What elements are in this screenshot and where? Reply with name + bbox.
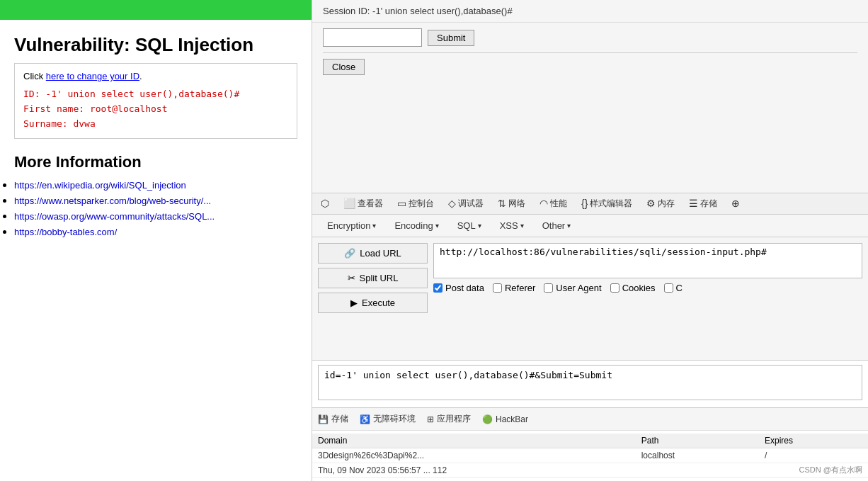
performance-label: 性能: [550, 198, 567, 210]
id-input[interactable]: [323, 28, 422, 47]
devtools-item-memory[interactable]: ⚙ 内存: [644, 196, 678, 211]
bottom-apps[interactable]: ⊞ 应用程序: [427, 413, 471, 425]
devtools-item-style-editor[interactable]: {} 样式编辑器: [578, 196, 635, 211]
tab-other-label: Other: [542, 220, 566, 231]
style-editor-label: 样式编辑器: [590, 198, 632, 210]
hackbar-main: 🔗 Load URL ✂ Split URL ▶ Execute Post da…: [312, 237, 868, 361]
spacer: [312, 81, 868, 193]
tab-sql[interactable]: SQL ▾: [450, 217, 489, 234]
console-label: 控制台: [409, 198, 434, 210]
execute-button[interactable]: ▶ Execute: [318, 293, 428, 313]
submit-button[interactable]: Submit: [428, 30, 474, 46]
referer-check[interactable]: [493, 283, 502, 293]
tab-xss-label: XSS: [500, 220, 518, 231]
devtools-item-debugger[interactable]: ◇ 调试器: [445, 196, 486, 211]
cookie-table: Domain Path Expires 3Ddesign%26c%3Dapi%2…: [312, 434, 868, 478]
storage-bottom-icon: 💾: [318, 414, 329, 424]
hackbar-icon: 🟢: [482, 414, 493, 424]
devtools-toolbar: ⬡ ⬜ 查看器 ▭ 控制台 ◇ 调试器 ⇅ 网络 ◠ 性能 {} 样式编辑器 ⚙…: [312, 193, 868, 215]
chevron-down-icon: ▾: [435, 222, 439, 230]
hackbar-right: Post data Referer User Agent Cookies C: [433, 243, 862, 355]
left-panel: Vulnerability: SQL Injection Click here …: [0, 0, 312, 481]
user-agent-checkbox[interactable]: User Agent: [544, 283, 601, 293]
split-url-button[interactable]: ✂ Split URL: [318, 268, 428, 288]
debugger-label: 调试器: [458, 198, 484, 210]
hackbar-tabs: Encryption ▾ Encoding ▾ SQL ▾ XSS ▾ Othe…: [312, 215, 868, 237]
post-data-check[interactable]: [433, 283, 442, 293]
code-line-1: ID: -1' union select user(),database()#: [23, 87, 288, 102]
devtools-item-network[interactable]: ⇅ 网络: [495, 196, 528, 211]
post-data-input[interactable]: [318, 365, 862, 400]
load-url-button[interactable]: 🔗 Load URL: [318, 243, 428, 264]
col-expires: Expires: [759, 434, 868, 448]
list-item: https://en.wikipedia.org/wiki/SQL_inject…: [14, 179, 297, 191]
cookies-checkbox[interactable]: Cookies: [610, 283, 656, 293]
bobby-link[interactable]: https://bobby-tables.com/: [14, 227, 117, 237]
more-info-title: More Information: [0, 139, 312, 179]
netsparker-link[interactable]: https://www.netsparker.com/blog/web-secu…: [14, 196, 211, 206]
bottom-bar: 💾 存储 ♿ 无障碍环境 ⊞ 应用程序 🟢 HackBar: [312, 407, 868, 430]
tab-encoding[interactable]: Encoding ▾: [387, 217, 446, 234]
accessibility-icon: ♿: [360, 414, 370, 424]
cookie-expires-value: /: [759, 448, 868, 463]
user-agent-check[interactable]: [544, 283, 553, 293]
change-id-link[interactable]: here to change your ID: [46, 71, 139, 81]
bottom-storage[interactable]: 💾 存储: [318, 413, 348, 425]
tab-other[interactable]: Other ▾: [535, 217, 579, 234]
list-item: https://owasp.org/www-community/attacks/…: [14, 210, 297, 222]
col-domain: Domain: [312, 434, 636, 448]
post-data-checkbox[interactable]: Post data: [433, 283, 484, 293]
url-input[interactable]: [433, 243, 862, 278]
page-header: [0, 0, 312, 20]
storage-label: 存储: [700, 198, 717, 210]
tab-encryption-label: Encryption: [327, 220, 370, 231]
devtools-item-performance[interactable]: ◠ 性能: [537, 196, 570, 211]
bottom-hackbar[interactable]: 🟢 HackBar: [482, 414, 528, 424]
chevron-down-icon: ▾: [567, 222, 571, 230]
click-text: Click here to change your ID.: [23, 71, 288, 81]
memory-label: 内存: [658, 198, 675, 210]
c-checkbox[interactable]: C: [664, 283, 683, 293]
devtools-item-viewer[interactable]: ⬜ 查看器: [341, 196, 386, 211]
network-icon: ⇅: [498, 198, 506, 209]
inspect-icon: ⬡: [321, 198, 329, 209]
list-item: https://www.netsparker.com/blog/web-secu…: [14, 194, 297, 207]
code-line-2: First name: root@localhost: [23, 102, 288, 117]
storage-icon: ☰: [689, 198, 698, 209]
network-label: 网络: [508, 198, 525, 210]
wiki-link[interactable]: https://en.wikipedia.org/wiki/SQL_inject…: [14, 180, 186, 191]
hackbar-label: HackBar: [496, 414, 528, 424]
session-bar: Session ID: -1' union select user(),data…: [312, 0, 868, 23]
debugger-icon: ◇: [448, 198, 456, 209]
cookie-domain: 3Ddesign%26c%3Dapi%2...: [312, 448, 636, 463]
devtools-item-storage[interactable]: ☰ 存储: [686, 196, 720, 211]
chevron-down-icon: ▾: [478, 222, 481, 230]
post-data-area: [312, 360, 868, 407]
owasp-link[interactable]: https://owasp.org/www-community/attacks/…: [14, 211, 215, 222]
devtools-item-more[interactable]: ⊕: [729, 196, 743, 210]
chevron-down-icon: ▾: [372, 222, 376, 230]
viewer-label: 查看器: [358, 198, 383, 210]
viewer-icon: ⬜: [343, 198, 355, 209]
csdn-badge: CSDN @有点水啊: [799, 465, 862, 475]
cookie-path-value: localhost: [636, 448, 759, 463]
execute-icon: ▶: [350, 298, 358, 308]
tab-sql-label: SQL: [457, 220, 476, 231]
more-icon: ⊕: [731, 198, 740, 209]
bottom-accessibility[interactable]: ♿ 无障碍环境: [360, 413, 416, 425]
tab-encoding-label: Encoding: [394, 220, 433, 231]
c-check[interactable]: [664, 283, 673, 293]
close-button[interactable]: Close: [323, 59, 365, 75]
tab-xss[interactable]: XSS ▾: [492, 217, 532, 234]
link-icon: 🔗: [344, 248, 355, 259]
devtools-item-inspect[interactable]: ⬡: [318, 196, 332, 210]
cookie-row-2: Thu, 09 Nov 2023 05:56:57 ... 112: [312, 463, 868, 478]
performance-icon: ◠: [539, 198, 548, 209]
tab-encryption[interactable]: Encryption ▾: [319, 217, 384, 234]
devtools-item-console[interactable]: ▭ 控制台: [394, 196, 437, 211]
cookies-check[interactable]: [610, 283, 619, 293]
referer-checkbox[interactable]: Referer: [493, 283, 535, 293]
checkboxes-row: Post data Referer User Agent Cookies C: [433, 283, 862, 293]
code-output: ID: -1' union select user(),database()# …: [23, 87, 288, 131]
links-list: https://en.wikipedia.org/wiki/SQL_inject…: [0, 179, 312, 238]
